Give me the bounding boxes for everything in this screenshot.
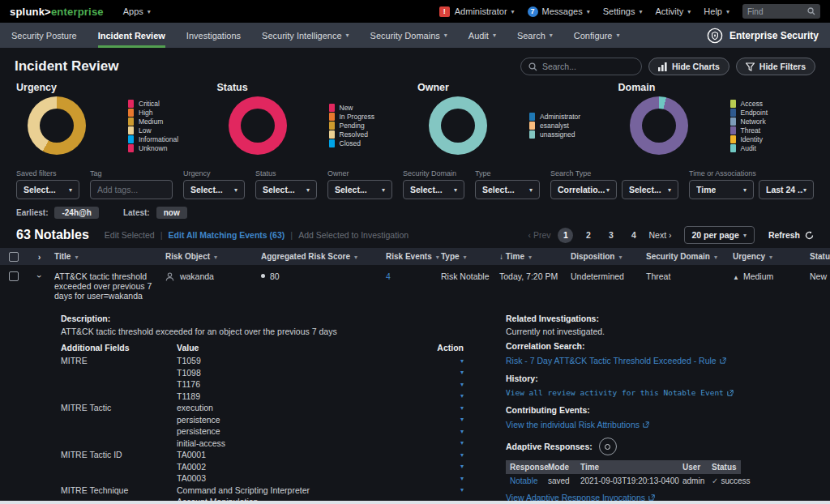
page-3-button[interactable]: 3	[603, 228, 618, 243]
tag-input[interactable]	[97, 185, 165, 194]
col-disposition[interactable]: Disposition▾	[567, 252, 643, 261]
field-action-caret[interactable]: ▾	[431, 404, 464, 412]
notables-search-box[interactable]	[520, 58, 642, 75]
legend-swatch	[730, 135, 736, 143]
app-name: Enterprise Security	[729, 30, 819, 41]
owner-select[interactable]: Select...▾	[327, 180, 392, 199]
run-adaptive-response-button[interactable]	[599, 438, 617, 455]
nav-investigations[interactable]: Investigations	[186, 23, 241, 48]
filter-label: Saved filters	[16, 169, 79, 177]
time-row: Earliest: -24h@h Latest: now	[0, 199, 830, 222]
col-risk-object[interactable]: Risk Object▾	[162, 252, 258, 261]
legend-swatch	[128, 100, 134, 108]
nav-incident-review[interactable]: Incident Review	[98, 23, 165, 48]
latest-chip[interactable]: now	[156, 207, 187, 219]
description-label: Description:	[61, 314, 464, 323]
find-search-box[interactable]	[742, 4, 820, 19]
edit-selected-link[interactable]: Edit Selected	[105, 230, 155, 240]
history-link[interactable]: View all review activity for this Notabl…	[506, 388, 734, 397]
expand-all-chevron-icon[interactable]: ›	[38, 252, 41, 262]
field-action-caret[interactable]: ▾	[431, 439, 464, 446]
add-to-investigation-link[interactable]: Add Selected to Investigation	[298, 230, 409, 240]
urgency-donut-chart[interactable]	[28, 96, 86, 155]
field-action-caret[interactable]: ▾	[431, 463, 464, 470]
messages-menu[interactable]: 7 Messages▾	[528, 6, 590, 17]
nav-audit[interactable]: Audit▾	[468, 23, 496, 48]
search-type-value-select[interactable]: Select...▾	[622, 180, 678, 199]
legend-item: Resolved	[329, 130, 374, 139]
legend-label: Identity	[741, 135, 763, 143]
correlation-search-link[interactable]: Risk - 7 Day ATT&CK Tactic Threshold Exc…	[506, 356, 726, 365]
page-1-button[interactable]: 1	[558, 228, 573, 243]
field-action-caret[interactable]: ▾	[431, 392, 464, 399]
next-page-button[interactable]: Next ›	[648, 230, 671, 240]
col-time[interactable]: ↓ Time▾	[496, 252, 567, 261]
ar-response-link[interactable]: Notable	[510, 476, 537, 485]
find-input[interactable]	[747, 7, 807, 16]
earliest-chip[interactable]: -24h@h	[54, 207, 98, 219]
activity-menu[interactable]: Activity▾	[656, 6, 691, 16]
nav-security-posture[interactable]: Security Posture	[11, 23, 77, 48]
col-status[interactable]: Status▾	[806, 252, 830, 261]
refresh-button[interactable]: Refresh	[768, 230, 814, 240]
prev-page-button[interactable]: ‹ Prev	[528, 230, 550, 240]
nav-configure[interactable]: Configure▾	[574, 23, 620, 48]
col-type[interactable]: Type▾	[438, 252, 496, 261]
additional-field-row: TA0003▾	[61, 472, 464, 485]
field-action-caret[interactable]: ▾	[431, 381, 464, 388]
status-donut-chart[interactable]	[229, 96, 287, 155]
search-icon	[528, 62, 537, 71]
col-security-domain[interactable]: Security Domain▾	[643, 252, 729, 261]
owner-donut-chart[interactable]	[429, 96, 487, 155]
collapse-row-chevron-icon[interactable]: ›	[34, 275, 44, 278]
field-action-caret[interactable]: ▾	[431, 369, 464, 376]
risk-events-link[interactable]: 4	[386, 271, 391, 281]
field-action-caret[interactable]: ▾	[431, 357, 464, 365]
col-aggregated-risk-score[interactable]: Aggregated Risk Score▾	[258, 252, 383, 261]
legend-swatch	[128, 126, 134, 135]
edit-all-matching-link[interactable]: Edit All Matching Events (63)	[169, 230, 285, 240]
notable-row[interactable]: › ATT&CK tactic threshold exceeded over …	[0, 265, 830, 301]
administrator-menu[interactable]: ! Administrator▾	[439, 6, 515, 17]
field-action-caret[interactable]: ▾	[431, 475, 464, 482]
status-select[interactable]: Select...▾	[255, 180, 317, 199]
per-page-select[interactable]: 20 per page▾	[684, 226, 755, 244]
row-checkbox[interactable]	[9, 271, 19, 281]
field-action-caret[interactable]: ▾	[431, 416, 464, 423]
field-name: MITRE Technique	[61, 485, 177, 495]
page-4-button[interactable]: 4	[626, 228, 641, 243]
nav-security-domains[interactable]: Security Domains▾	[370, 23, 447, 48]
type-select[interactable]: Select...▾	[475, 180, 540, 199]
tag-input-box[interactable]	[90, 180, 173, 199]
time-range-select[interactable]: Last 24 ...▾	[759, 180, 814, 199]
additional-field-row: initial-access▾	[61, 438, 464, 450]
search-type-select[interactable]: Correlatio...▾	[550, 180, 617, 199]
nav-search[interactable]: Search▾	[517, 23, 553, 48]
urgency-legend: CriticalHighMediumLowInformationalUnknow…	[128, 99, 178, 153]
hide-filters-button[interactable]: Hide Filters	[736, 58, 815, 75]
hide-charts-button[interactable]: Hide Charts	[648, 58, 729, 75]
legend-label: Closed	[340, 139, 361, 147]
help-menu[interactable]: Help▾	[704, 6, 729, 16]
field-action-caret[interactable]: ▾	[431, 486, 464, 493]
col-urgency[interactable]: Urgency▾	[729, 252, 806, 261]
settings-menu[interactable]: Settings▾	[603, 6, 643, 16]
nav-security-intelligence[interactable]: Security Intelligence▾	[262, 23, 349, 48]
page-2-button[interactable]: 2	[580, 228, 596, 243]
legend-label: unassigned	[540, 130, 575, 139]
domain-donut-chart[interactable]	[630, 96, 688, 155]
apps-menu[interactable]: Apps▾	[123, 6, 151, 16]
col-title[interactable]: Title▾	[51, 252, 162, 261]
select-all-checkbox[interactable]	[9, 252, 19, 262]
security-domain-select[interactable]: Select...▾	[403, 180, 464, 199]
field-action-caret[interactable]: ▾	[431, 451, 464, 459]
notables-search-input[interactable]	[542, 62, 634, 71]
time-association-select[interactable]: Time▾	[689, 180, 754, 199]
earliest-label: Earliest:	[16, 208, 48, 217]
contributing-events-link[interactable]: View the individual Risk Attributions	[506, 420, 649, 429]
splunk-logo[interactable]: splunk>enterprise	[10, 6, 104, 18]
urgency-select[interactable]: Select...▾	[183, 180, 245, 199]
saved-filters-select[interactable]: Select...▾	[16, 180, 79, 199]
col-risk-events[interactable]: Risk Events▾	[383, 252, 438, 261]
field-action-caret[interactable]: ▾	[431, 428, 464, 435]
